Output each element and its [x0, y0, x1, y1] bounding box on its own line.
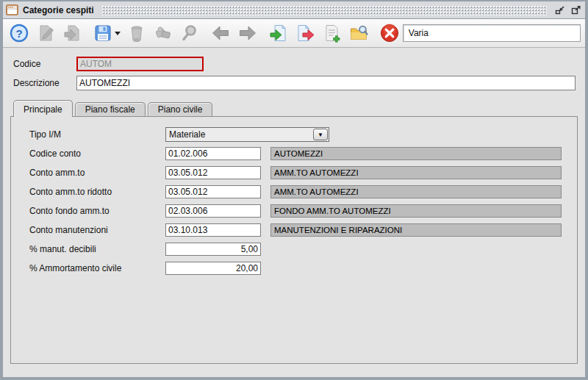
trash-icon	[127, 24, 146, 43]
close-button[interactable]	[376, 21, 403, 45]
svg-text:?: ?	[16, 27, 23, 40]
conto-fondo-ammto-description: FONDO AMM.TO AUTOMEZZI	[270, 204, 562, 218]
codice-input[interactable]	[76, 57, 204, 71]
folder-search-icon	[349, 24, 368, 43]
perc-ammortamento-civile-row: % Ammortamento civile	[29, 262, 577, 275]
titlebar-texture	[101, 5, 547, 15]
arrow-right-icon	[238, 24, 257, 43]
new-page-icon	[63, 24, 82, 43]
conto-fondo-ammto-row: Conto fondo amm.to FONDO AMM.TO AUTOMEZZ…	[29, 204, 577, 218]
tipo-im-label: Tipo I/M	[29, 129, 165, 140]
help-icon: ?	[10, 24, 29, 43]
delete-button[interactable]	[123, 21, 150, 45]
conto-ammto-ridotto-label: Conto amm.to ridotto	[29, 187, 165, 197]
perc-manut-row: % manut. decibili	[29, 243, 577, 256]
save-dropdown-arrow[interactable]	[115, 32, 121, 35]
categorie-cespiti-window: Categorie cespiti	[0, 0, 588, 380]
import-button[interactable]	[265, 21, 292, 45]
codice-label: Codice	[13, 59, 76, 69]
combo-selected-value: Materiale	[166, 129, 313, 140]
duplicate-button[interactable]	[150, 21, 176, 45]
search-icon	[180, 24, 199, 43]
toolbar-context-value: Varia	[409, 28, 429, 38]
export-icon	[295, 24, 315, 43]
perc-manut-label: % manut. decibili	[29, 244, 165, 254]
tab-piano-fiscale[interactable]: Piano fiscale	[75, 102, 146, 116]
maximize-button[interactable]	[570, 5, 582, 15]
tab-principale[interactable]: Principale	[13, 100, 73, 117]
conto-fondo-ammto-input[interactable]	[165, 204, 261, 218]
tab-bar: Principale Piano fiscale Piano civile	[13, 99, 585, 116]
toolbar-context-field[interactable]: Varia	[403, 24, 581, 42]
conto-fondo-ammto-label: Conto fondo amm.to	[29, 206, 165, 216]
edit-icon	[36, 24, 55, 43]
codice-conto-row: Codice conto AUTOMEZZI	[29, 147, 577, 160]
descrizione-input[interactable]	[76, 76, 576, 90]
conto-ammto-label: Conto amm.to	[29, 168, 165, 178]
archive-search-button[interactable]	[345, 21, 371, 45]
window-controls	[554, 5, 582, 15]
main-content: Codice Descrizione Principale Piano fisc…	[3, 48, 585, 364]
perc-manut-input[interactable]	[165, 243, 261, 256]
export-button[interactable]	[292, 21, 318, 45]
window-title: Categorie cespiti	[23, 5, 101, 15]
conto-manutenzioni-description: MANUTENZIONI E RIPARAZIONI	[270, 223, 562, 237]
codice-conto-label: Codice conto	[29, 148, 165, 159]
conto-manutenzioni-label: Conto manutenzioni	[29, 225, 165, 235]
tipo-im-combobox[interactable]: Materiale ▼	[165, 127, 329, 142]
restore-down-icon	[554, 5, 566, 15]
titlebar[interactable]: Categorie cespiti	[3, 1, 585, 19]
next-button[interactable]	[234, 21, 261, 45]
conto-manutenzioni-input[interactable]	[165, 223, 261, 237]
search-button[interactable]	[176, 21, 203, 45]
close-icon	[380, 24, 399, 43]
descrizione-label: Descrizione	[13, 78, 76, 88]
tab-piano-civile[interactable]: Piano civile	[148, 102, 213, 116]
help-button[interactable]: ?	[6, 21, 32, 45]
maximize-icon	[570, 5, 582, 15]
conto-ammto-ridotto-row: Conto amm.to ridotto AMM.TO AUTOMEZZI	[29, 185, 577, 198]
window-icon	[6, 4, 19, 16]
chevron-down-icon[interactable]: ▼	[313, 129, 328, 140]
tipo-im-row: Tipo I/M Materiale ▼	[29, 128, 577, 141]
tab-panel-principale: Tipo I/M Materiale ▼ Codice conto AUTOME…	[10, 116, 578, 364]
perc-ammortamento-civile-label: % Ammortamento civile	[29, 263, 165, 273]
edit-button[interactable]	[32, 21, 59, 45]
duplicate-icon	[154, 24, 173, 43]
conto-ammto-ridotto-input[interactable]	[165, 185, 261, 198]
codice-conto-description: AUTOMEZZI	[270, 147, 562, 160]
minimize-button[interactable]	[554, 5, 566, 15]
save-icon	[93, 24, 112, 43]
import-icon	[269, 24, 288, 43]
toolbar: ?	[3, 19, 585, 48]
conto-ammto-input[interactable]	[165, 166, 261, 179]
previous-button[interactable]	[207, 21, 234, 45]
conto-ammto-description: AMM.TO AUTOMEZZI	[270, 166, 562, 179]
codice-conto-input[interactable]	[165, 147, 261, 160]
conto-ammto-row: Conto amm.to AMM.TO AUTOMEZZI	[29, 166, 577, 179]
new-document-button[interactable]	[318, 21, 345, 45]
descrizione-row: Descrizione	[13, 76, 576, 90]
save-button[interactable]	[90, 21, 123, 45]
arrow-left-icon	[211, 24, 230, 43]
conto-ammto-ridotto-description: AMM.TO AUTOMEZZI	[270, 185, 562, 198]
new-button[interactable]	[60, 21, 86, 45]
new-document-icon	[322, 24, 341, 43]
conto-manutenzioni-row: Conto manutenzioni MANUTENZIONI E RIPARA…	[29, 223, 577, 237]
perc-ammortamento-civile-input[interactable]	[165, 262, 261, 275]
codice-row: Codice	[13, 57, 576, 71]
